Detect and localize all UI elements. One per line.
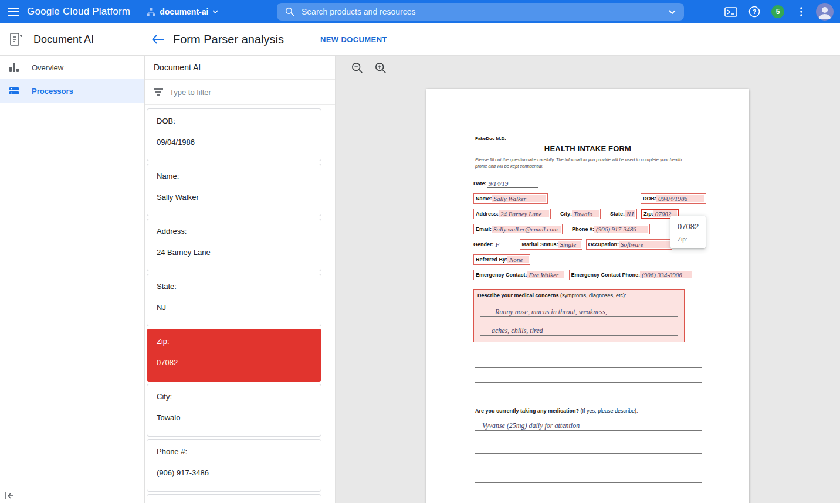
entity-card-address[interactable]: Address: 24 Barney Lane xyxy=(147,219,321,271)
entity-value: NJ xyxy=(157,303,311,312)
entity-highlight-email[interactable]: Email: Sally.walker@cmail.com xyxy=(473,224,563,234)
row-date: Date: 9/14/19 xyxy=(473,178,706,189)
entity-value: Sally Walker xyxy=(157,193,311,202)
entity-label: Zip: xyxy=(157,337,311,346)
entity-label: City: xyxy=(157,392,311,401)
zoom-out-icon[interactable] xyxy=(351,62,363,74)
entity-value: (906) 917-3486 xyxy=(157,468,311,477)
entity-card-name[interactable]: Name: Sally Walker xyxy=(147,164,321,216)
entity-highlight-state[interactable]: State: NJ xyxy=(608,209,637,219)
filter-icon xyxy=(154,88,163,96)
blank-line xyxy=(475,382,702,383)
collapse-sidebar-icon[interactable] xyxy=(5,492,14,500)
gcp-logo[interactable]: Google Cloud Platform xyxy=(27,6,130,18)
entity-value: 09/04/1986 xyxy=(157,138,311,147)
notification-count: 5 xyxy=(771,5,784,18)
row-name-dob: Name: Sally Walker DOB: 09/04/1986 xyxy=(473,193,706,204)
account-avatar[interactable] xyxy=(813,0,836,23)
entity-label: State: xyxy=(157,282,311,291)
referred-handwriting: None xyxy=(507,256,529,263)
concerns-line-1: Runny nose, mucus in throat, weakness, xyxy=(480,306,678,317)
topbar-actions: ? 5 xyxy=(719,0,840,23)
blank-line xyxy=(475,482,702,483)
document-ai-icon xyxy=(8,32,23,47)
entity-card-phone[interactable]: Phone #: (906) 917-3486 xyxy=(147,439,321,492)
state-label: State: xyxy=(610,211,625,217)
hamburger-menu-icon[interactable] xyxy=(0,0,27,23)
svg-text:?: ? xyxy=(753,8,757,15)
gender-label: Gender: xyxy=(473,241,494,247)
entity-label: Phone #: xyxy=(157,447,311,456)
sidebar-item-processors[interactable]: Processors xyxy=(0,79,144,103)
entity-highlight-medical-concerns[interactable]: Describe your medical concerns (symptoms… xyxy=(473,289,685,342)
doc-intro: Please fill out the questionnaire carefu… xyxy=(475,156,693,169)
state-handwriting: NJ xyxy=(625,210,635,217)
emergency-phone-label: Emergency Contact Phone: xyxy=(571,272,641,278)
date-handwriting: 9/14/19 xyxy=(487,180,538,188)
sidebar-item-overview[interactable]: Overview xyxy=(0,56,144,79)
notifications-badge[interactable]: 5 xyxy=(766,0,790,23)
phone-label: Phone #: xyxy=(572,226,594,232)
help-icon[interactable]: ? xyxy=(743,0,766,23)
entity-highlight-occupation[interactable]: Occupation: Software xyxy=(586,239,673,250)
dob-label: DOB: xyxy=(643,196,656,202)
tooltip-label: Zip: xyxy=(678,236,699,243)
entity-card-partial[interactable] xyxy=(147,494,321,503)
entity-highlight-emergency-phone[interactable]: Emergency Contact Phone: (906) 334-8906 xyxy=(569,270,694,280)
medication-question: Are you currently taking any medication?… xyxy=(475,408,730,414)
entity-list: DOB: 09/04/1986 Name: Sally Walker Addre… xyxy=(145,105,335,503)
entity-highlight-name[interactable]: Name: Sally Walker xyxy=(473,193,548,204)
chevron-down-icon xyxy=(212,10,218,13)
entity-card-dob[interactable]: DOB: 09/04/1986 xyxy=(147,108,321,161)
medication-line: Vyvanse (25mg) daily for attention xyxy=(475,420,702,431)
entity-card-state[interactable]: State: NJ xyxy=(147,274,321,326)
doc-title: HEALTH INTAKE FORM xyxy=(446,144,730,153)
entity-highlight-city[interactable]: City: Towalo xyxy=(558,209,601,219)
email-handwriting: Sally.walker@cmail.com xyxy=(492,226,561,233)
entity-label: DOB: xyxy=(157,117,311,125)
entity-highlight-marital[interactable]: Marital Status: Single xyxy=(520,239,582,250)
emergency-phone-handwriting: (906) 334-8906 xyxy=(640,271,692,278)
top-app-bar: Google Cloud Platform document-ai ? 5 xyxy=(0,0,840,23)
entities-panel: Document AI DOB: 09/04/1986 Name: Sally … xyxy=(145,56,336,503)
project-selector[interactable]: document-ai xyxy=(147,7,218,16)
project-icon xyxy=(147,8,155,16)
product-title: Document AI xyxy=(33,33,94,46)
product-header: Document AI xyxy=(0,32,145,47)
entity-label: Name: xyxy=(157,172,311,181)
filter-input[interactable] xyxy=(170,88,335,97)
entity-highlight-address[interactable]: Address: 24 Barney Lane xyxy=(473,209,551,219)
entity-card-zip-selected[interactable]: Zip: 07082 xyxy=(147,329,321,382)
entity-value: 07082 xyxy=(157,358,311,367)
cloud-shell-icon[interactable] xyxy=(719,0,743,23)
search-chevron-down-icon[interactable] xyxy=(669,10,676,14)
blank-line xyxy=(475,468,702,468)
address-handwriting: 24 Barney Lane xyxy=(499,210,549,217)
entity-highlight-emergency-contact[interactable]: Emergency Contact: Eva Walker xyxy=(473,270,565,280)
zoom-in-icon[interactable] xyxy=(375,62,387,74)
medication-handwriting: Vyvanse (25mg) daily for attention xyxy=(475,421,581,430)
blank-line xyxy=(475,397,702,397)
entity-highlight-phone[interactable]: Phone #: (906) 917-3486 xyxy=(570,224,650,234)
name-label: Name: xyxy=(476,196,492,202)
entity-highlight-dob[interactable]: DOB: 09/04/1986 xyxy=(641,193,706,204)
marital-label: Marital Status: xyxy=(522,241,558,247)
new-document-button[interactable]: NEW DOCUMENT xyxy=(320,35,387,44)
medication-question-bold: Are you currently taking any medication? xyxy=(475,408,579,414)
concerns-question-bold: Describe your medical concerns xyxy=(477,292,559,298)
back-arrow-icon[interactable] xyxy=(152,35,165,44)
document-canvas[interactable]: FakeDoc M.D. HEALTH INTAKE FORM Please f… xyxy=(336,80,840,503)
global-search[interactable] xyxy=(277,3,684,21)
entity-highlight-referred[interactable]: Referred By: None xyxy=(473,254,530,265)
name-handwriting: Sally Walker xyxy=(492,195,546,202)
entity-tooltip: 07082 Zip: xyxy=(670,216,706,248)
search-input[interactable] xyxy=(302,7,662,16)
doc-intro-line1: Please fill out the questionnaire carefu… xyxy=(475,157,659,162)
kebab-menu-icon[interactable] xyxy=(790,0,813,23)
phone-handwriting: (906) 917-3486 xyxy=(594,226,648,233)
avatar xyxy=(816,3,834,21)
entity-card-city[interactable]: City: Towalo xyxy=(147,384,321,437)
emergency-handwriting: Eva Walker xyxy=(527,271,564,278)
entity-label: Address: xyxy=(157,227,311,236)
city-handwriting: Towalo xyxy=(572,210,599,217)
